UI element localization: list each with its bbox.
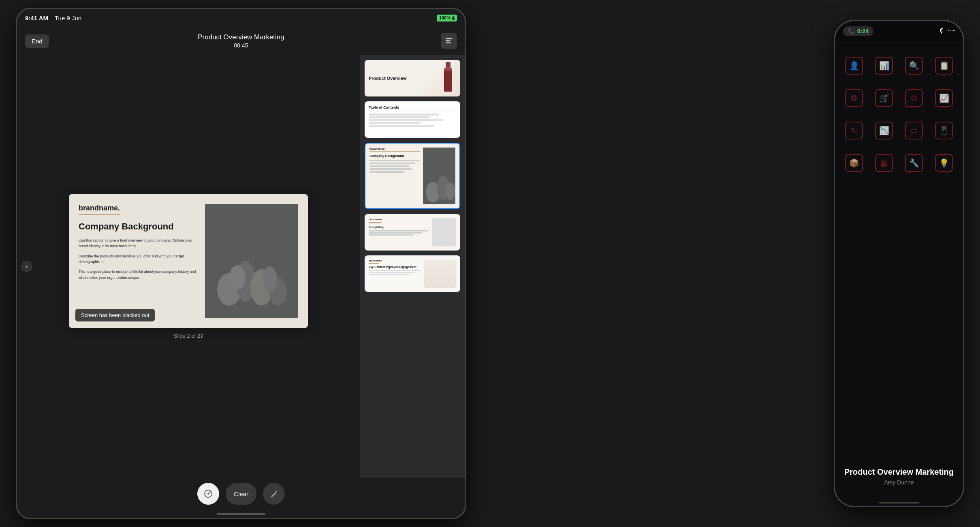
thumb-1-title: Product Overview: [369, 76, 407, 81]
ipad-status-bar: 9:41 AM Tue 9 Jun 100% ▮: [17, 9, 465, 27]
iphone-presentation-title: Product Overview Marketing: [843, 467, 955, 477]
svg-point-9: [263, 266, 277, 292]
icon-recycle: ♻: [845, 89, 863, 107]
slide-body-3: This is a good place to include a little…: [79, 269, 199, 281]
thumb-4-title: Storytelling: [369, 226, 429, 229]
iphone-notch-bar: 📞 0:24 🎙 〰: [835, 21, 963, 41]
iphone-bottom-info: Product Overview Marketing Amy Dunne: [835, 459, 963, 494]
icon-folder: 🗂: [905, 122, 923, 139]
ipad-main-content: End Product Overview Marketing 00:45 ‹: [17, 27, 465, 518]
thumbnail-slide-4[interactable]: brandname Storytelling: [365, 214, 460, 251]
svg-rect-2: [446, 43, 451, 43]
toc-row-1: [369, 114, 439, 116]
thumbnail-slide-3-active[interactable]: brandname. Company Background: [365, 143, 460, 209]
presentation-title: Product Overview Marketing: [198, 33, 284, 41]
iphone-home-bar: [879, 502, 919, 503]
toc-row-4: [369, 122, 421, 124]
grid-icon-6: 🛒: [873, 86, 895, 110]
battery-icon: 100% ▮: [437, 15, 457, 21]
end-button[interactable]: End: [25, 34, 49, 48]
thumb-3-text-1: [369, 160, 420, 161]
main-content-area: ‹ brandname. Company Background Use this…: [17, 55, 465, 478]
phone-icon: 📞: [848, 28, 855, 34]
battery-bar: ▮: [452, 15, 455, 21]
grid-icon-3: 🔍: [903, 54, 925, 78]
thumb-slide-4-content: brandname Storytelling: [365, 214, 460, 251]
icon-box: 📦: [845, 154, 863, 172]
svg-rect-1: [446, 41, 451, 41]
thumb-3-image: [423, 148, 455, 204]
blacked-out-overlay: Screen has been blacked out: [75, 309, 155, 321]
icon-chart-down: 📉: [875, 122, 893, 139]
icon-bar-chart: ▦: [875, 154, 893, 172]
toc-row-5: [369, 125, 434, 127]
icon-refresh: ↻: [845, 122, 863, 139]
thumb-3-text-2: [369, 163, 415, 164]
thumbnail-slide-5[interactable]: brandname Eye Contact Improves Engagemen…: [365, 255, 460, 292]
icon-gear: ⚙: [905, 89, 923, 107]
waveform-icon: 〰: [948, 28, 955, 35]
draw-button[interactable]: [263, 483, 285, 505]
toc-row-3: [369, 119, 443, 121]
laser-pointer-button[interactable]: [197, 483, 219, 505]
thumb-5-title: Eye Contact Improves Engagement: [369, 266, 421, 268]
slide-heading: Company Background: [79, 221, 199, 232]
icon-person: 👤: [845, 57, 863, 75]
ipad-device: 9:41 AM Tue 9 Jun 100% ▮ End Product Ove…: [16, 8, 466, 519]
thumb-4-brand: brandname: [369, 218, 429, 221]
thumb-5-text-1: [369, 270, 421, 271]
battery-percent: 100%: [439, 15, 451, 20]
thumb-4-text-1: [369, 230, 429, 231]
thumb-3-text-5: [369, 171, 405, 173]
slide-image: [205, 204, 298, 318]
thumbnail-slide-1[interactable]: Product Overview: [365, 60, 460, 96]
icon-grid: 👤 📊 🔍 📋 ♻ 🛒 ⚙ 📈 ↻: [835, 41, 963, 459]
iphone-device: 📞 0:24 🎙 〰 👤 📊 🔍 📋 ♻: [834, 20, 964, 507]
thumb-3-left-content: brandname. Company Background: [369, 148, 420, 204]
grid-icon-11: 🗂: [903, 118, 925, 143]
grid-icon-9: ↻: [843, 118, 865, 143]
grid-icon-7: ⚙: [903, 86, 925, 110]
grid-icon-12: 📱: [933, 118, 955, 143]
grid-icon-13: 📦: [843, 151, 865, 175]
iphone-presenter-name: Amy Dunne: [843, 479, 955, 486]
thumb-slide-5-content: brandname Eye Contact Improves Engagemen…: [365, 255, 460, 292]
clear-button[interactable]: Clear: [226, 483, 256, 505]
slide-content: brandname. Company Background Use this s…: [69, 194, 308, 328]
thumb-2-rows: [369, 114, 456, 127]
grid-icon-2: 📊: [873, 54, 895, 78]
thumb-3-text-3: [369, 165, 410, 167]
icon-clipboard: 📋: [935, 57, 953, 75]
presentation-title-block: Product Overview Marketing 00:45: [198, 33, 284, 49]
blacked-out-text: Screen has been blacked out: [81, 312, 149, 318]
slide-left-content: brandname. Company Background Use this s…: [79, 204, 199, 318]
ipad-status-icons: 100% ▮: [437, 15, 457, 21]
grid-icon-8: 📈: [933, 86, 955, 110]
thumb-5-text-2: [369, 272, 415, 273]
microphone-icon: 🎙: [939, 28, 945, 35]
notes-button[interactable]: [441, 33, 457, 49]
thumb-5-left: brandname Eye Contact Improves Engagemen…: [369, 259, 421, 288]
slide-body-1: Use this section to give a brief overvie…: [79, 238, 199, 249]
slide-counter: Slide 2 of 23: [174, 333, 203, 339]
grid-icon-5: ♻: [843, 86, 865, 110]
thumb-4-image: [432, 218, 456, 246]
thumb-1-left: Product Overview: [369, 76, 407, 81]
thumb-5-brand: brandname: [369, 259, 421, 262]
grid-icon-16: 💡: [933, 151, 955, 175]
current-slide[interactable]: brandname. Company Background Use this s…: [69, 194, 308, 328]
icon-bulb: 💡: [935, 154, 953, 172]
iphone-content: 👤 📊 🔍 📋 ♻ 🛒 ⚙ 📈 ↻: [835, 41, 963, 494]
grid-icon-1: 👤: [843, 54, 865, 78]
thumbnail-slide-2[interactable]: Table of Contents: [365, 101, 460, 138]
thumb-3-heading: Company Background: [369, 154, 420, 158]
icon-wrench: 🔧: [905, 154, 923, 172]
iphone-home-indicator-bar: [835, 494, 963, 506]
thumb-5-image: [424, 259, 456, 288]
slide-body-2: Describe the products and services you o…: [79, 253, 199, 265]
svg-rect-0: [446, 38, 452, 39]
prev-slide-arrow[interactable]: ‹: [21, 261, 32, 272]
grid-icon-10: 📉: [873, 118, 895, 143]
presentation-timer: 00:45: [198, 42, 284, 49]
svg-rect-11: [444, 69, 452, 92]
